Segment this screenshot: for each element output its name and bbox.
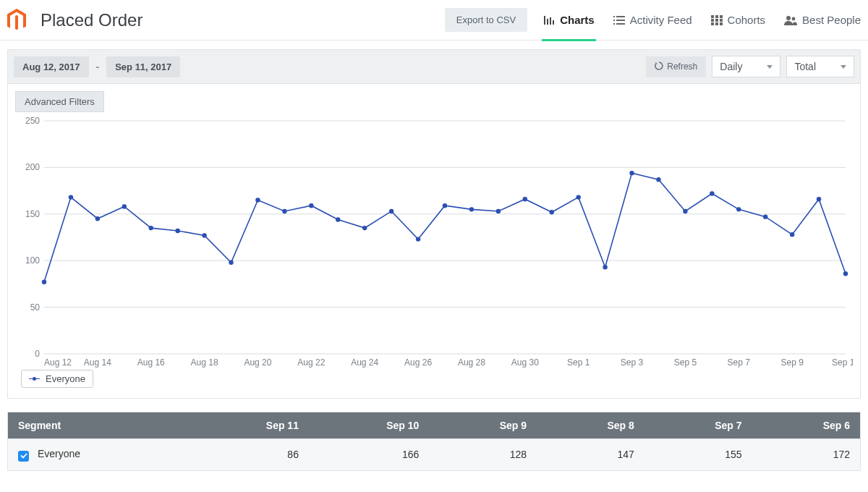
- grid-icon: [711, 15, 723, 25]
- svg-point-58: [282, 209, 286, 213]
- svg-point-51: [95, 216, 100, 221]
- advanced-filters-button[interactable]: Advanced Filters: [15, 91, 104, 112]
- svg-point-59: [309, 203, 313, 208]
- magento-logo-icon: [6, 8, 27, 33]
- col-date[interactable]: Sep 9: [429, 412, 537, 439]
- svg-text:150: 150: [25, 209, 40, 219]
- svg-point-63: [416, 237, 420, 241]
- svg-rect-5: [616, 16, 625, 17]
- list-icon: [613, 15, 625, 25]
- svg-text:Sep 7: Sep 7: [728, 357, 751, 368]
- segment-name: Everyone: [38, 448, 80, 459]
- svg-point-73: [683, 209, 687, 213]
- svg-rect-18: [720, 22, 723, 25]
- page-title: Placed Order: [41, 10, 142, 30]
- svg-point-69: [576, 195, 580, 199]
- svg-point-54: [175, 229, 179, 233]
- filter-toolbar: Aug 12, 2017 - Sep 11, 2017 Refresh Dail…: [7, 49, 861, 84]
- col-date[interactable]: Sep 10: [309, 412, 429, 439]
- chevron-down-icon: [767, 65, 773, 69]
- svg-point-61: [362, 226, 367, 230]
- segment-value: 172: [752, 439, 861, 471]
- svg-point-74: [710, 191, 714, 195]
- svg-rect-0: [544, 16, 545, 25]
- svg-point-20: [792, 17, 796, 20]
- legend-item-everyone[interactable]: Everyone: [21, 370, 93, 388]
- svg-point-67: [523, 197, 527, 201]
- segment-name-cell: Everyone: [8, 439, 189, 471]
- tab-label: Activity Feed: [630, 0, 692, 41]
- table-header-row: Segment Sep 11 Sep 10 Sep 9 Sep 8 Sep 7 …: [8, 412, 861, 439]
- date-range-start[interactable]: Aug 12, 2017: [14, 56, 89, 77]
- refresh-button[interactable]: Refresh: [646, 56, 706, 77]
- table-row[interactable]: Everyone 86 166 128 147 155 172: [8, 439, 861, 471]
- export-csv-button[interactable]: Export to CSV: [445, 8, 527, 32]
- tab-label: Best People: [802, 0, 861, 41]
- svg-point-56: [229, 260, 233, 265]
- svg-point-55: [202, 233, 206, 237]
- svg-point-60: [336, 217, 340, 221]
- svg-rect-16: [711, 22, 714, 25]
- granularity-select[interactable]: Daily: [712, 56, 780, 77]
- svg-rect-10: [711, 15, 714, 18]
- svg-point-50: [69, 195, 73, 199]
- svg-text:Aug 28: Aug 28: [458, 357, 485, 368]
- col-date[interactable]: Sep 6: [752, 412, 861, 439]
- refresh-icon: [655, 62, 663, 72]
- svg-point-70: [603, 265, 607, 269]
- date-range-separator: -: [95, 61, 101, 72]
- svg-rect-4: [613, 16, 615, 17]
- tab-best-people[interactable]: Best People: [784, 0, 861, 41]
- tab-cohorts[interactable]: Cohorts: [711, 0, 766, 41]
- svg-rect-15: [720, 19, 723, 22]
- legend-label: Everyone: [46, 373, 85, 384]
- people-icon: [784, 15, 797, 25]
- svg-rect-8: [613, 23, 615, 25]
- svg-text:Aug 12: Aug 12: [44, 357, 72, 368]
- svg-point-19: [786, 16, 791, 20]
- svg-rect-2: [550, 17, 551, 25]
- col-segment[interactable]: Segment: [8, 412, 189, 439]
- svg-point-77: [790, 232, 794, 237]
- svg-text:Aug 14: Aug 14: [84, 357, 111, 368]
- granularity-value: Daily: [720, 61, 742, 72]
- aggregation-value: Total: [794, 61, 816, 72]
- chart-card: Advanced Filters 050100150200250Aug 12Au…: [7, 84, 861, 399]
- svg-text:200: 200: [25, 162, 40, 172]
- svg-point-53: [149, 226, 153, 230]
- segment-value: 166: [309, 439, 429, 471]
- tab-charts[interactable]: Charts: [543, 0, 595, 41]
- svg-text:Aug 20: Aug 20: [244, 357, 271, 368]
- svg-point-79: [843, 271, 848, 276]
- segment-value: 128: [429, 439, 537, 471]
- bar-chart-icon: [543, 14, 555, 26]
- svg-text:250: 250: [25, 116, 40, 126]
- refresh-label: Refresh: [667, 62, 697, 72]
- col-date[interactable]: Sep 11: [189, 412, 309, 439]
- svg-rect-17: [715, 22, 718, 25]
- aggregation-select[interactable]: Total: [786, 56, 854, 77]
- svg-point-62: [389, 209, 393, 213]
- tab-activity-feed[interactable]: Activity Feed: [613, 0, 692, 41]
- svg-text:100: 100: [25, 255, 40, 266]
- tab-label: Charts: [560, 0, 595, 41]
- svg-rect-11: [715, 15, 718, 18]
- svg-rect-12: [720, 15, 723, 18]
- svg-text:50: 50: [30, 302, 41, 313]
- svg-text:Sep 3: Sep 3: [621, 357, 644, 368]
- line-chart: 050100150200250Aug 12Aug 14Aug 16Aug 18A…: [15, 116, 853, 386]
- col-date[interactable]: Sep 7: [644, 412, 752, 439]
- segment-value: 155: [644, 439, 752, 471]
- svg-rect-1: [547, 19, 548, 25]
- svg-rect-9: [616, 23, 625, 25]
- svg-text:Sep 1: Sep 1: [567, 357, 590, 368]
- svg-point-57: [255, 198, 260, 202]
- svg-text:Aug 24: Aug 24: [351, 357, 378, 368]
- tab-label: Cohorts: [728, 0, 766, 41]
- segment-checkbox[interactable]: [18, 451, 29, 462]
- svg-point-68: [550, 210, 554, 214]
- date-range-end[interactable]: Sep 11, 2017: [106, 56, 180, 77]
- svg-text:Aug 22: Aug 22: [297, 357, 325, 368]
- svg-point-76: [763, 214, 767, 219]
- col-date[interactable]: Sep 8: [537, 412, 644, 439]
